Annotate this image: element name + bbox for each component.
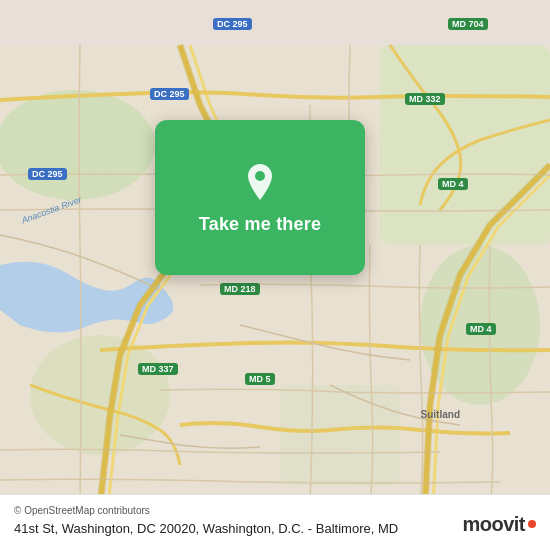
road-badge-md218: MD 218	[220, 283, 260, 295]
place-label: Suitland	[421, 409, 460, 420]
road-badge-md5: MD 5	[245, 373, 275, 385]
moovit-dot	[528, 520, 536, 528]
road-badge-md704: MD 704	[448, 18, 488, 30]
location-pin-icon	[238, 160, 282, 204]
location-address: 41st St, Washington, DC 20020, Washingto…	[14, 520, 398, 538]
copyright-icon: ©	[14, 505, 21, 516]
road-badge-md4-1: MD 4	[438, 178, 468, 190]
moovit-wordmark: moovit	[462, 513, 525, 536]
osm-link[interactable]: OpenStreetMap contributors	[24, 505, 150, 516]
map-roads-svg	[0, 0, 550, 550]
svg-rect-2	[380, 45, 550, 245]
road-badge-md337: MD 337	[138, 363, 178, 375]
svg-rect-5	[280, 385, 400, 485]
road-badge-md4-2: MD 4	[466, 323, 496, 335]
take-me-there-label: Take me there	[199, 214, 321, 235]
road-badge-dc295-3: DC 295	[28, 168, 67, 180]
road-badge-dc295-1: DC 295	[213, 18, 252, 30]
moovit-logo: moovit	[462, 513, 536, 536]
address-text: 41st St, Washington, DC 20020, Washingto…	[14, 521, 398, 536]
svg-point-4	[30, 335, 170, 455]
bottom-info-bar: © OpenStreetMap contributors 41st St, Wa…	[0, 494, 550, 550]
osm-credit: © OpenStreetMap contributors	[14, 505, 536, 516]
road-badge-md332: MD 332	[405, 93, 445, 105]
map-container: Anacostia River Suitland DC 295 DC 295 D…	[0, 0, 550, 550]
take-me-there-button[interactable]: Take me there	[155, 120, 365, 275]
svg-point-6	[255, 171, 265, 181]
road-badge-dc295-2: DC 295	[150, 88, 189, 100]
svg-point-1	[0, 90, 155, 200]
